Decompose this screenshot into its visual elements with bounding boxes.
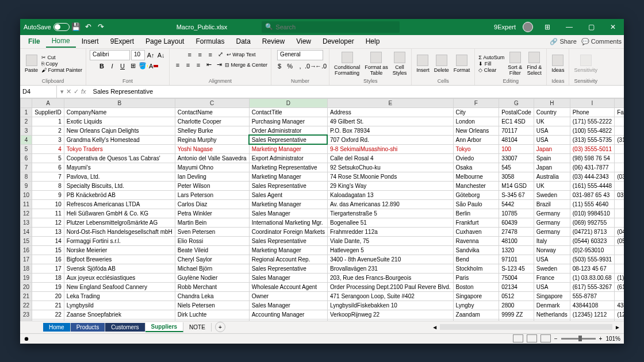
cell[interactable]: [615, 209, 624, 218]
cell[interactable]: Ian Devling: [175, 172, 249, 181]
cell[interactable]: 53120: [499, 319, 534, 321]
cell[interactable]: Brazil: [534, 199, 570, 209]
cell[interactable]: 49 Gilbert St.: [327, 117, 453, 126]
cell[interactable]: (313) 555-3349: [615, 135, 624, 144]
tab-developer[interactable]: Developer: [317, 36, 360, 47]
cell[interactable]: Viale Dante, 75: [327, 236, 453, 245]
row-header[interactable]: 9: [21, 181, 32, 190]
percent-icon[interactable]: %: [285, 61, 294, 71]
cell[interactable]: Sales Representative: [249, 236, 327, 245]
cell[interactable]: Lappeenranta: [453, 319, 499, 321]
tab-9expert[interactable]: 9Expert: [105, 36, 140, 47]
cell[interactable]: [615, 245, 624, 255]
row-header[interactable]: 20: [21, 282, 32, 291]
cell[interactable]: Martin Bein: [175, 218, 249, 227]
cell[interactable]: [615, 319, 624, 321]
cell[interactable]: LyngbysildFiskebakken 10: [327, 301, 453, 310]
cell[interactable]: 11: [32, 209, 64, 218]
avatar[interactable]: [523, 22, 533, 32]
cell[interactable]: Beate Vileid: [175, 245, 249, 255]
minimize-icon[interactable]: —: [562, 23, 577, 31]
cell[interactable]: Antonio del Valle Saavedra: [175, 153, 249, 163]
cell[interactable]: 100: [499, 144, 534, 153]
cell[interactable]: Owner: [249, 291, 327, 301]
cell[interactable]: Calle del Rosal 4: [327, 153, 453, 163]
align-middle-icon[interactable]: ≡: [195, 50, 205, 59]
cell[interactable]: (03) 3555-5011: [570, 144, 614, 153]
cond-format-button[interactable]: Conditional Formatting: [333, 51, 361, 77]
cell[interactable]: Valtakatu 12: [327, 319, 453, 321]
cell[interactable]: Australia: [534, 172, 570, 181]
cell[interactable]: Marketing Representative: [249, 163, 327, 172]
cell[interactable]: Tokyo: [453, 144, 499, 153]
cell[interactable]: 5442: [499, 199, 534, 209]
header-cell[interactable]: CompanyName: [64, 107, 175, 117]
underline-button[interactable]: U: [118, 61, 127, 71]
name-box[interactable]: D4: [20, 86, 57, 98]
undo-icon[interactable]: ↶: [82, 21, 95, 33]
search-input[interactable]: [275, 24, 396, 30]
cell[interactable]: Sandvika: [453, 245, 499, 255]
cell[interactable]: (12345) 1210: [615, 310, 624, 319]
cell[interactable]: (0544) 60323: [570, 236, 614, 245]
cell[interactable]: [615, 199, 624, 209]
cell[interactable]: Cheryl Saylor: [175, 255, 249, 264]
cell[interactable]: Sven Petersen: [175, 227, 249, 236]
tab-pagelayout[interactable]: Page Layout: [140, 36, 190, 47]
cell[interactable]: 0512: [499, 291, 534, 301]
indent-dec-icon[interactable]: ⇤: [204, 60, 213, 70]
cell[interactable]: 92 SetsukoChuo-ku: [327, 163, 453, 172]
cell[interactable]: Germany: [534, 218, 570, 227]
row-header[interactable]: 23: [21, 310, 32, 319]
row-header[interactable]: 16: [21, 245, 32, 255]
cell[interactable]: Manchester: [453, 181, 499, 190]
zoom-slider[interactable]: [561, 338, 596, 340]
cell[interactable]: 43844115: [615, 301, 624, 310]
cell[interactable]: Av. das Americanas 12.890: [327, 199, 453, 209]
cell[interactable]: Export Administrator: [249, 153, 327, 163]
cell[interactable]: (1) 03.83.00.62: [615, 273, 624, 282]
bold-button[interactable]: B: [97, 61, 106, 71]
cell[interactable]: Norway: [534, 245, 570, 255]
cell[interactable]: Norske Meierier: [64, 245, 175, 255]
row-header[interactable]: 7: [21, 163, 32, 172]
cell[interactable]: Shelley Burke: [175, 126, 249, 135]
cell[interactable]: (1) 03.83.00.68: [570, 273, 614, 282]
cell[interactable]: Regional Account Rep.: [249, 255, 327, 264]
cell[interactable]: Brovallavägen 231: [327, 264, 453, 273]
cell[interactable]: 02134: [499, 282, 534, 291]
fill-button[interactable]: ⬇ Fill: [478, 61, 504, 67]
cell[interactable]: 22: [32, 310, 64, 319]
cell[interactable]: [615, 117, 624, 126]
cell[interactable]: Sales Manager: [249, 209, 327, 218]
cell[interactable]: Marketing Manager: [249, 199, 327, 209]
cell[interactable]: 33007: [499, 153, 534, 163]
cell[interactable]: Mayumi Ohno: [175, 163, 249, 172]
delete-cells-button[interactable]: Delete: [433, 53, 450, 74]
cell[interactable]: [615, 291, 624, 301]
row-header[interactable]: 21: [21, 291, 32, 301]
cell[interactable]: 18: [32, 273, 64, 282]
col-header[interactable]: H: [534, 98, 570, 107]
row-header[interactable]: 3: [21, 126, 32, 135]
cell[interactable]: Sales Representative: [249, 135, 327, 144]
cell[interactable]: 14: [32, 236, 64, 245]
tab-home[interactable]: Home: [46, 35, 76, 48]
sort-filter-button[interactable]: Sort & Filter: [507, 51, 523, 77]
inc-decimal-icon[interactable]: .0→: [306, 61, 315, 71]
select-all-corner[interactable]: [21, 98, 32, 107]
cell[interactable]: 471 Serangoon Loop, Suite #402: [327, 291, 453, 301]
cell[interactable]: [615, 153, 624, 163]
row-header[interactable]: 10: [21, 190, 32, 199]
accounting-icon[interactable]: $: [275, 61, 284, 71]
cell[interactable]: (03) 444-6588: [615, 172, 624, 181]
cell[interactable]: [615, 264, 624, 273]
cell[interactable]: [615, 255, 624, 264]
align-bottom-icon[interactable]: ≡: [206, 50, 215, 59]
cell[interactable]: Dirk Luchte: [175, 310, 249, 319]
cell[interactable]: Lyngby: [453, 301, 499, 310]
cell[interactable]: Melbourne: [453, 172, 499, 181]
cell[interactable]: Heli Süßwaren GmbH & Co. KG: [64, 209, 175, 218]
cell[interactable]: France: [534, 273, 570, 282]
cell[interactable]: S-345 67: [499, 190, 534, 199]
